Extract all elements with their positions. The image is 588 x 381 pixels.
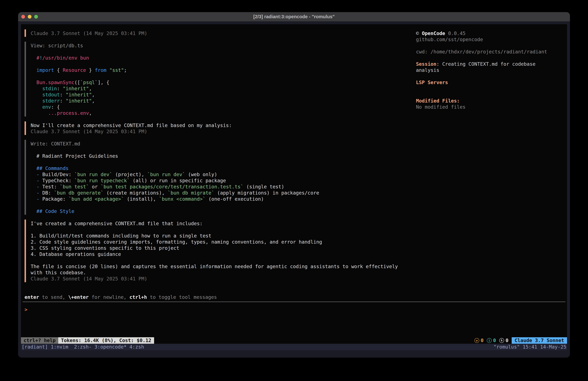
statusbar-spacer	[154, 337, 474, 344]
screenshot-root: [2/3] radiant:3:opencode - "romulus" Cla…	[0, 0, 588, 381]
hint-count: h 0	[499, 337, 508, 344]
window-titlebar[interactable]: [2/3] radiant:3:opencode - "romulus"	[18, 12, 570, 21]
text-line: - TypeCheck: `bun run typecheck` (all) o…	[31, 178, 398, 184]
opencode-app: Claude 3.7 Sonnet (14 May 2025 03:41 PM)…	[21, 24, 567, 344]
text-line: stderr: "inherit",	[31, 98, 398, 104]
text-line: 1. Build/lint/test commands including ho…	[31, 233, 398, 239]
text-line: Write: CONTEXT.md	[31, 141, 398, 147]
text-line: 3. CSS styling conventions specific to t…	[31, 245, 398, 251]
text-line: Bun.spawnSync([`psql`], {	[31, 79, 398, 86]
text-line: No modified files	[416, 104, 567, 110]
window-title: [2/3] radiant:3:opencode - "romulus"	[253, 14, 335, 19]
text-line: The file is concise (20 lines) and captu…	[31, 264, 398, 269]
text-line	[31, 257, 398, 264]
warning-count: w 0	[474, 337, 483, 344]
text-line: 4. Database operations guidance	[31, 251, 398, 257]
terminal-bottom-padding	[21, 350, 567, 358]
text-line: - Test: `bun test` or `bun test packages…	[31, 184, 398, 190]
message-block: I've created a comprehensive CONTEXT.md …	[31, 221, 398, 282]
text-line: Now I'll create a comprehensive CONTEXT.…	[31, 122, 398, 129]
info-sidebar: © OpenCode 0.0.45github.com/sst/opencode…	[416, 30, 567, 110]
text-line: with this codebase.	[31, 269, 398, 276]
terminal-window: [2/3] radiant:3:opencode - "romulus" Cla…	[18, 12, 570, 358]
help-shortcut[interactable]: ctrl+? help	[21, 337, 58, 344]
maximize-button[interactable]	[34, 15, 38, 19]
info-icon: i	[487, 338, 492, 343]
text-line: Claude 3.7 Sonnet (14 May 2025 03:41 PM)	[31, 30, 398, 37]
text-line: env: {	[31, 104, 398, 110]
text-line	[31, 202, 398, 208]
traffic-lights	[21, 12, 38, 21]
status-bar: ctrl+? help Tokens: 16.4K (8%), Cost: $0…	[21, 337, 567, 344]
text-line	[31, 61, 398, 67]
text-line: ## Commands	[31, 165, 398, 171]
text-line: analysis	[416, 67, 567, 73]
text-line: LSP Servers	[416, 79, 567, 86]
text-line	[416, 92, 567, 98]
text-line: ## Code Style	[31, 208, 398, 214]
tmux-status-bar: [radiant] 1:nvim 2:zsh- 3:opencode* 4:zs…	[21, 344, 567, 350]
tmux-session-info: "romulus" 15:41 14-May-25	[493, 344, 566, 350]
text-line: Session: Creating CONTEXT.md for codebas…	[416, 61, 567, 67]
text-line	[416, 55, 567, 61]
text-line: stdin: "inherit",	[31, 86, 398, 92]
message-block: Now I'll create a comprehensive CONTEXT.…	[31, 122, 398, 135]
terminal-content: Claude 3.7 Sonnet (14 May 2025 03:41 PM)…	[18, 21, 570, 358]
composer-divider	[22, 302, 566, 302]
text-line	[31, 147, 398, 153]
warning-icon: w	[474, 338, 479, 343]
tool-block-view: View: script/db.ts #!/usr/bin/env bun im…	[31, 43, 398, 116]
text-line: - DB: `bun db generate` (create migratio…	[31, 190, 398, 196]
tmux-window-list[interactable]: [radiant] 1:nvim 2:zsh- 3:opencode* 4:zs…	[22, 344, 144, 350]
message-block: Claude 3.7 Sonnet (14 May 2025 03:41 PM)	[31, 30, 398, 37]
text-line	[31, 73, 398, 79]
text-line: 2. Code style guidelines covering import…	[31, 239, 398, 245]
hint-icon: h	[499, 338, 504, 343]
close-button[interactable]	[21, 15, 25, 19]
text-line: ...process.env,	[31, 110, 398, 116]
tokens-cost: Tokens: 16.4K (8%), Cost: $0.12	[58, 337, 154, 344]
tool-block-write: Write: CONTEXT.md # Radiant Project Guid…	[31, 141, 398, 214]
text-line: Claude 3.7 Sonnet (14 May 2025 03:41 PM)	[31, 276, 398, 282]
minimize-button[interactable]	[28, 15, 31, 19]
text-line: github.com/sst/opencode	[416, 37, 567, 43]
text-line	[31, 49, 398, 55]
prompt-input[interactable]: >	[24, 307, 27, 313]
text-line: - Build/Dev: `bun run dev` (project), `b…	[31, 171, 398, 178]
text-line: © OpenCode 0.0.45	[416, 30, 567, 37]
prompt-caret: >	[24, 307, 27, 312]
chat-area: Claude 3.7 Sonnet (14 May 2025 03:41 PM)…	[31, 30, 398, 288]
text-line: cwd: /home/thdxr/dev/projects/radiant/ra…	[416, 49, 567, 55]
text-line: Modified Files:	[416, 98, 567, 104]
text-line: Claude 3.7 Sonnet (14 May 2025 03:41 PM)	[31, 129, 398, 135]
text-line	[416, 86, 567, 92]
info-count: i 0	[487, 337, 496, 344]
text-line: I've created a comprehensive CONTEXT.md …	[31, 221, 398, 227]
text-line: import { Resource } from "sst";	[31, 67, 398, 73]
text-line: View: script/db.ts	[31, 43, 398, 49]
model-badge[interactable]: Claude 3.7 Sonnet	[512, 337, 567, 344]
text-line: # Radiant Project Guidelines	[31, 153, 398, 159]
text-line	[416, 73, 567, 79]
text-line	[416, 43, 567, 49]
composer-hint: enter to send, \+enter for newline, ctrl…	[24, 294, 217, 300]
text-line	[31, 159, 398, 165]
text-line: - Package: `bun add <package>` (install)…	[31, 196, 398, 202]
text-line: #!/usr/bin/env bun	[31, 55, 398, 61]
text-line	[31, 227, 398, 233]
text-line: stdout: "inherit",	[31, 92, 398, 98]
